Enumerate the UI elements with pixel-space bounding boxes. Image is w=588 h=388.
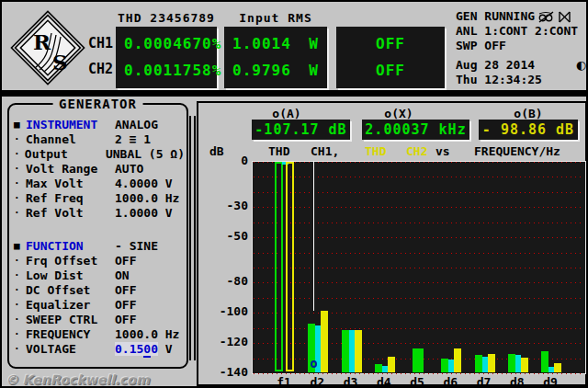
row-label: Ref Freq bbox=[26, 191, 115, 206]
section-bullet-icon: ■ bbox=[14, 118, 26, 132]
row-value: ANALOG bbox=[115, 118, 158, 132]
x-tick-d4: d4 bbox=[368, 375, 400, 388]
row-label: VOLTAGE bbox=[26, 342, 115, 357]
bar-d7-ch2-yellow bbox=[488, 354, 495, 372]
speaker-muted-icon bbox=[538, 11, 554, 23]
bar-d8-ch2-yellow bbox=[521, 358, 528, 372]
instrument-screen: R S CH1 CH2 THD 23456789 0.0004670 % 0.0… bbox=[0, 0, 588, 388]
gridline--90db bbox=[254, 298, 584, 299]
cursor-x-label: o(X) bbox=[371, 107, 426, 120]
row-value: OFF bbox=[115, 298, 136, 313]
x-axis-label: FREQUENCY/Hz bbox=[474, 144, 560, 158]
x-cursor-line bbox=[313, 162, 314, 311]
thd-ch2-value: 0.0011758 bbox=[124, 62, 212, 79]
generator-row-sweep-ctrl[interactable]: ·SWEEP CTRLOFF bbox=[14, 313, 185, 327]
generator-row-volt-range[interactable]: ·Volt RangeAUTO bbox=[14, 162, 185, 177]
generator-row-function[interactable]: ■FUNCTION- SINE bbox=[14, 239, 185, 254]
gridline--40db bbox=[254, 223, 584, 223]
row-value: 4.0000 V bbox=[115, 177, 173, 191]
rms-ch2-value: 0.9796 bbox=[232, 62, 291, 79]
gridline--20db bbox=[254, 192, 584, 193]
x-tick-d3: d3 bbox=[335, 375, 367, 388]
section-bullet-icon: ■ bbox=[14, 239, 26, 254]
x-tick-d9: d9 bbox=[535, 375, 566, 388]
trace1-channel: CH1, bbox=[311, 144, 339, 158]
gridline--110db bbox=[254, 328, 584, 329]
thd-panel-title: THD 23456789 bbox=[116, 11, 217, 25]
x-tick-d7: d7 bbox=[469, 375, 500, 388]
row-value: UNBAL (5 Ω) bbox=[106, 147, 185, 162]
generator-row-instrument[interactable]: ■INSTRUMENTANALOG bbox=[14, 118, 185, 132]
generator-row-spacer bbox=[14, 221, 185, 239]
ch2-label: CH2 bbox=[88, 62, 113, 76]
y-tick--100: -100 bbox=[206, 304, 248, 318]
generator-row-frq-offset[interactable]: ·Frq OffsetOFF bbox=[14, 254, 185, 268]
row-label: SWEEP CTRL bbox=[26, 313, 115, 327]
panel-scrollbar[interactable] bbox=[189, 116, 196, 360]
row-label: DC Offset bbox=[26, 283, 115, 298]
item-bullet-icon: · bbox=[14, 177, 26, 191]
input-rms-display: 1.0014 W 0.9796 W bbox=[224, 27, 327, 88]
row-value: AUTO bbox=[115, 162, 143, 177]
x-tick-d5: d5 bbox=[401, 375, 433, 388]
contrast-icon: ◐ bbox=[576, 58, 586, 73]
bar-d2-ch2-yellow bbox=[321, 311, 328, 372]
generator-row-output[interactable]: ·OutputUNBAL (5 Ω) bbox=[14, 147, 185, 162]
anl-status-line: ANL 1:CONT 2:CONT bbox=[456, 24, 586, 39]
bar-d3-ch1-green bbox=[342, 330, 349, 372]
gridline--100db bbox=[254, 313, 584, 314]
generator-row-low-dist[interactable]: ·Low DistON bbox=[14, 268, 185, 283]
rms-ch2-unit: W bbox=[309, 62, 319, 79]
trace1-label: THD bbox=[268, 144, 289, 158]
row-label: Volt Range bbox=[26, 162, 115, 177]
generator-row-ref-freq[interactable]: ·Ref Freq1000.0 Hz bbox=[14, 191, 185, 206]
generator-row-max-volt[interactable]: ·Max Volt4.0000 V bbox=[14, 177, 185, 191]
item-bullet-icon: · bbox=[14, 162, 26, 177]
y-tick--120: -120 bbox=[206, 335, 248, 348]
date-line: Aug 28 2014 ◐ bbox=[456, 58, 586, 73]
generator-panel-title: GENERATOR bbox=[52, 97, 143, 111]
generator-row-channel[interactable]: ·Channel2 ≡ 1 bbox=[14, 132, 185, 147]
row-value: 1000.0 Hz bbox=[115, 191, 179, 206]
bar-d3-ch2-yellow bbox=[355, 330, 362, 372]
aux-ch1-row: OFF bbox=[336, 30, 445, 57]
row-label: FUNCTION bbox=[26, 239, 115, 254]
x-tick-d2: d2 bbox=[301, 375, 333, 388]
item-bullet-icon: · bbox=[14, 313, 26, 327]
gridline--50db bbox=[254, 237, 584, 238]
generator-row-voltage[interactable]: ·VOLTAGE0.1500 V bbox=[14, 342, 185, 357]
keyboard-locked-icon bbox=[558, 11, 571, 23]
row-value: 1.0000 V bbox=[115, 206, 173, 221]
thd-ch2-row: 0.0011758 % bbox=[116, 57, 217, 84]
swp-status-line: SWP OFF bbox=[456, 39, 586, 53]
cursor-a-readout: -107.17 dB bbox=[252, 120, 350, 140]
edit-field-highlight[interactable]: 0.1500 bbox=[115, 342, 158, 356]
generator-row-equalizer[interactable]: ·EqualizerOFF bbox=[14, 298, 185, 313]
row-value[interactable]: 0.1500 V bbox=[115, 342, 173, 357]
item-bullet-icon: · bbox=[14, 342, 26, 357]
edit-cursor: 0 bbox=[143, 342, 151, 358]
trace2-label: THD bbox=[365, 144, 386, 158]
bar-d4-ch2-yellow bbox=[388, 357, 395, 372]
bar-d7-ch1-green bbox=[475, 355, 482, 372]
row-label: Equalizer bbox=[26, 298, 115, 313]
rms-ch1-row: 1.0014 W bbox=[224, 30, 327, 57]
gridline--140db bbox=[254, 373, 584, 374]
status-block: GEN RUNNING ANL 1:CONT 2:CONT SWP OFF Au… bbox=[456, 9, 586, 87]
generator-row-dc-offset[interactable]: ·DC OffsetOFF bbox=[14, 283, 185, 298]
row-label: Frq Offset bbox=[26, 254, 115, 268]
gridline--70db bbox=[254, 268, 584, 268]
header-separator bbox=[2, 90, 588, 97]
y-tick--140: -140 bbox=[206, 365, 248, 379]
generator-row-ref-volt[interactable]: ·Ref Volt1.0000 V bbox=[14, 206, 185, 221]
thd-display: 0.0004670 % 0.0011758 % bbox=[116, 27, 217, 88]
item-bullet-icon: · bbox=[14, 206, 26, 221]
generator-row-frequency[interactable]: ·FREQUENCY1000.0 Hz bbox=[14, 327, 185, 342]
cursor-b-readout: - 98.86 dB bbox=[479, 120, 578, 140]
x-tick-d6: d6 bbox=[435, 375, 466, 388]
row-value: OFF bbox=[115, 254, 136, 268]
bar-f1-ch2-yellow bbox=[286, 162, 294, 371]
rms-ch2-row: 0.9796 W bbox=[224, 57, 327, 84]
rms-ch1-value: 1.0014 bbox=[232, 35, 291, 52]
gridline--80db bbox=[254, 282, 584, 283]
